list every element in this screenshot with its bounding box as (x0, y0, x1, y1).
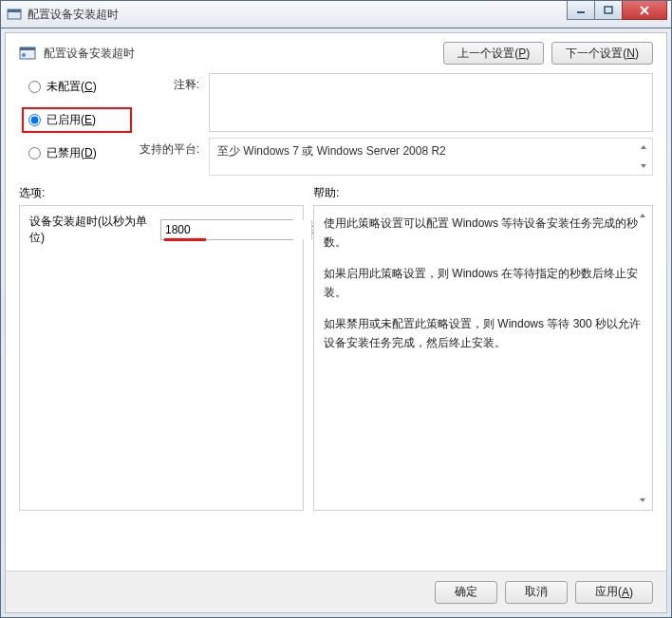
policy-icon (7, 7, 22, 22)
svg-point-5 (22, 53, 26, 57)
meta-column: 注释: 支持的平台: 至少 Windows 7 或 Windows Server… (133, 73, 653, 176)
supported-platform-box: 至少 Windows 7 或 Windows Server 2008 R2 (209, 138, 653, 176)
window-chrome: 配置设备安装超时 上一个设置(P) 下一个设置(N) 未配置(C) 已启用(E)… (0, 28, 672, 618)
dialog-body: 配置设备安装超时 上一个设置(P) 下一个设置(N) 未配置(C) 已启用(E)… (5, 32, 667, 613)
footer: 确定 取消 应用(A) (6, 571, 666, 612)
state-radios: 未配置(C) 已启用(E) 已禁用(D) (25, 73, 129, 176)
options-label: 选项: (19, 185, 304, 201)
comment-label: 注释: (133, 73, 199, 93)
previous-setting-button[interactable]: 上一个设置(P) (443, 42, 544, 65)
svg-rect-2 (605, 7, 612, 13)
next-setting-button[interactable]: 下一个设置(N) (551, 42, 653, 65)
cancel-button[interactable]: 取消 (505, 581, 568, 604)
help-panel: 使用此策略设置可以配置 Windows 等待设备安装任务完成的秒数。 如果启用此… (313, 205, 653, 511)
radio-disabled-input[interactable] (28, 147, 41, 159)
policy-icon (19, 45, 36, 62)
radio-unconfigured[interactable]: 未配置(C) (25, 77, 129, 97)
radio-disabled[interactable]: 已禁用(D) (25, 143, 129, 163)
page-title: 配置设备安装超时 (44, 46, 135, 62)
help-label: 帮助: (313, 185, 339, 201)
help-scroll[interactable] (636, 209, 649, 507)
option-name: 设备安装超时(以秒为单位) (29, 214, 151, 246)
close-button[interactable] (622, 1, 667, 20)
scroll-down-icon[interactable] (637, 159, 650, 173)
window-controls (567, 1, 667, 20)
maximize-button[interactable] (594, 1, 623, 20)
timeout-input[interactable] (161, 220, 311, 239)
help-p3: 如果禁用或未配置此策略设置，则 Windows 等待 300 秒以允许设备安装任… (324, 314, 643, 353)
window-title: 配置设备安装超时 (28, 7, 119, 23)
radio-enabled-input[interactable] (28, 114, 41, 126)
platform-label: 支持的平台: (133, 138, 199, 158)
scroll-down-icon[interactable] (636, 494, 649, 507)
scroll-up-icon[interactable] (637, 140, 650, 154)
radio-enabled[interactable]: 已启用(E) (25, 110, 129, 130)
timeout-spinbox[interactable] (160, 219, 293, 240)
supported-platform-text: 至少 Windows 7 或 Windows Server 2008 R2 (217, 144, 446, 158)
radio-unconfigured-input[interactable] (28, 81, 41, 93)
highlight-underline (164, 238, 206, 241)
svg-rect-4 (20, 47, 35, 50)
header-row: 配置设备安装超时 上一个设置(P) 下一个设置(N) (6, 33, 666, 73)
help-p2: 如果启用此策略设置，则 Windows 在等待指定的秒数后终止安装。 (324, 264, 643, 303)
ok-button[interactable]: 确定 (435, 581, 497, 604)
comment-textarea[interactable] (209, 73, 653, 132)
titlebar: 配置设备安装超时 (0, 0, 672, 28)
svg-rect-1 (8, 9, 21, 12)
config-grid: 未配置(C) 已启用(E) 已禁用(D) 注释: 支持的平台: (6, 73, 666, 185)
apply-button[interactable]: 应用(A) (575, 581, 653, 604)
minimize-button[interactable] (567, 1, 595, 20)
platform-scroll[interactable] (637, 140, 650, 173)
help-p1: 使用此策略设置可以配置 Windows 等待设备安装任务完成的秒数。 (324, 214, 643, 253)
scroll-up-icon[interactable] (636, 209, 649, 222)
options-panel: 设备安装超时(以秒为单位) (19, 205, 304, 511)
